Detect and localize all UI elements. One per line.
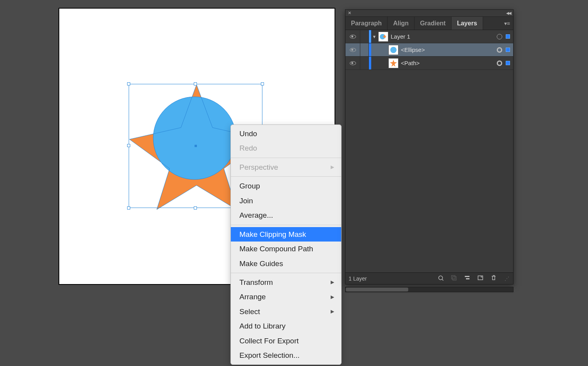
selection-indicator[interactable] (505, 57, 513, 69)
menu-item-label: Make Compound Path (239, 243, 313, 254)
menu-item-label: Redo (239, 142, 257, 154)
menu-item-label: Select (239, 306, 260, 317)
target-indicator[interactable] (494, 57, 505, 69)
target-indicator[interactable] (494, 30, 505, 43)
svg-rect-12 (466, 278, 469, 279)
svg-point-7 (439, 276, 443, 280)
tab-gradient[interactable]: Gradient (414, 17, 452, 30)
layer-row-root[interactable]: ▼Layer 1 (345, 30, 513, 43)
selection-indicator[interactable] (505, 43, 513, 56)
layer-row-star[interactable]: <Path> (345, 57, 513, 70)
panel-menu-icon[interactable]: ▾≡ (501, 20, 513, 27)
close-icon[interactable]: ✕ (348, 11, 351, 16)
panel-tabbar: ParagraphAlignGradientLayers▾≡ (345, 17, 513, 30)
menu-separator (231, 225, 341, 225)
eye-icon (350, 48, 356, 52)
svg-rect-10 (453, 277, 456, 280)
locate-object-icon[interactable] (437, 275, 445, 282)
menu-item-export-selection[interactable]: Export Selection... (231, 348, 341, 362)
lock-toggle[interactable] (360, 30, 369, 43)
menu-item-label: Arrange (239, 291, 266, 302)
layer-thumbnail (378, 32, 388, 42)
menu-item-collect-for-export[interactable]: Collect For Export (231, 334, 341, 348)
menu-item-label: Make Clipping Mask (239, 229, 306, 240)
menu-item-label: Export Selection... (239, 350, 299, 361)
menu-item-average[interactable]: Average... (231, 208, 341, 222)
menu-item-add-to-library[interactable]: Add to Library (231, 319, 341, 333)
menu-separator (231, 158, 341, 158)
submenu-arrow-icon: ▶ (331, 293, 334, 301)
tab-paragraph[interactable]: Paragraph (345, 17, 388, 30)
menu-separator (231, 176, 341, 177)
menu-item-perspective: Perspective▶ (231, 160, 341, 174)
layers-panel: ✕ ◀◀ ParagraphAlignGradientLayers▾≡ ▼Lay… (345, 9, 514, 284)
tab-layers[interactable]: Layers (452, 17, 483, 30)
panel-titlebar[interactable]: ✕ ◀◀ (345, 10, 513, 17)
resize-grip-icon[interactable]: ⋰ (505, 276, 510, 281)
collapse-icon[interactable]: ◀◀ (506, 11, 511, 15)
layer-name-label[interactable]: <Path> (401, 60, 494, 66)
visibility-toggle[interactable] (345, 30, 360, 43)
layer-list: ▼Layer 1<Ellipse><Path> (345, 30, 513, 272)
menu-item-redo: Redo (231, 141, 341, 155)
svg-line-8 (442, 279, 443, 281)
target-indicator[interactable] (494, 43, 505, 56)
menu-item-make-clipping-mask[interactable]: Make Clipping Mask (231, 227, 341, 242)
disclosure-triangle-icon[interactable]: ▼ (371, 34, 377, 39)
visibility-toggle[interactable] (345, 57, 360, 69)
submenu-arrow-icon: ▶ (331, 279, 334, 286)
menu-item-select[interactable]: Select▶ (231, 304, 341, 319)
tab-align[interactable]: Align (388, 17, 414, 30)
menu-item-make-guides[interactable]: Make Guides (231, 256, 341, 271)
make-clipping-mask-icon (450, 275, 458, 282)
layer-count-label: 1 Layer (349, 275, 431, 282)
menu-item-label: Group (239, 180, 260, 192)
selection-color-strip (369, 57, 371, 69)
menu-item-group[interactable]: Group (231, 179, 341, 193)
menu-item-arrange[interactable]: Arrange▶ (231, 290, 341, 304)
visibility-toggle[interactable] (345, 43, 360, 56)
svg-rect-9 (452, 275, 455, 279)
layer-thumbnail (388, 58, 398, 68)
svg-point-1 (153, 97, 236, 179)
lock-toggle[interactable] (360, 57, 369, 69)
eye-icon (350, 61, 356, 65)
svg-rect-13 (478, 276, 483, 280)
delete-icon[interactable] (490, 275, 498, 282)
menu-item-undo[interactable]: Undo (231, 126, 341, 141)
lock-toggle[interactable] (360, 43, 369, 56)
layer-row-ellipse[interactable]: <Ellipse> (345, 43, 513, 57)
selection-indicator[interactable] (505, 30, 513, 43)
layer-thumbnail (388, 45, 398, 55)
scrollbar-thumb[interactable] (346, 288, 408, 291)
menu-separator (231, 273, 341, 273)
submenu-arrow-icon: ▶ (331, 163, 334, 171)
create-sublayer-icon[interactable] (463, 275, 471, 282)
svg-point-5 (390, 47, 397, 53)
ellipse-path[interactable] (153, 96, 237, 180)
menu-item-make-compound-path[interactable]: Make Compound Path (231, 242, 341, 256)
menu-item-join[interactable]: Join (231, 194, 341, 208)
eye-icon (350, 35, 356, 39)
menu-item-label: Make Guides (239, 258, 283, 269)
context-menu: UndoRedoPerspective▶GroupJoinAverage...M… (230, 124, 342, 365)
menu-item-label: Undo (239, 128, 257, 139)
menu-item-label: Average... (239, 210, 273, 221)
menu-item-label: Join (239, 195, 253, 206)
layer-name-label[interactable]: Layer 1 (391, 33, 494, 40)
selection-color-strip (369, 43, 371, 56)
layer-name-label[interactable]: <Ellipse> (401, 46, 494, 53)
menu-item-label: Collect For Export (239, 335, 299, 346)
menu-item-label: Perspective (239, 162, 278, 173)
svg-rect-11 (465, 276, 469, 277)
menu-item-transform[interactable]: Transform▶ (231, 275, 341, 290)
panel-scrollbar[interactable] (345, 287, 514, 292)
panel-footer: 1 Layer ⋰ (345, 272, 513, 284)
submenu-arrow-icon: ▶ (331, 308, 334, 315)
menu-item-label: Add to Library (239, 320, 285, 332)
svg-marker-6 (390, 60, 397, 67)
menu-item-label: Transform (239, 277, 273, 288)
create-new-layer-icon[interactable] (476, 275, 484, 282)
